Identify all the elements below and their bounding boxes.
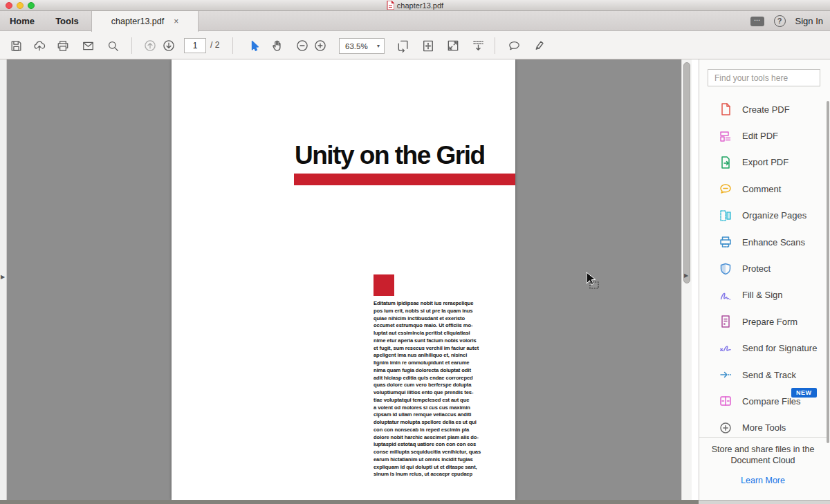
tab-close-icon[interactable]: × bbox=[174, 17, 178, 26]
organize-pages-icon bbox=[719, 209, 732, 223]
zoom-level-value: 63.5% bbox=[345, 42, 368, 50]
nav-pane-strip: ▶ bbox=[0, 59, 7, 504]
cloud-upload-icon bbox=[33, 39, 46, 53]
feedback-bubble-icon[interactable]: ⋯ bbox=[750, 17, 764, 26]
protect-shield-icon bbox=[719, 262, 732, 276]
hand-tool-button[interactable] bbox=[267, 35, 288, 56]
zoom-out-icon bbox=[295, 39, 309, 53]
zoom-level-select[interactable]: 63.5% ▾ bbox=[339, 38, 385, 54]
tool-item-edit-pdf[interactable]: Edit PDF bbox=[699, 122, 827, 149]
heading-rule bbox=[294, 174, 515, 185]
tools-sidebar: Create PDF Edit PDF Export PDF bbox=[699, 59, 830, 500]
tool-item-fill-sign[interactable]: Fill & Sign bbox=[699, 282, 827, 308]
tool-item-send-for-signature[interactable]: Send for Signature bbox=[699, 335, 827, 362]
scroll-mode-button[interactable] bbox=[468, 35, 488, 56]
zoom-in-icon bbox=[313, 39, 327, 53]
toolbar-separator bbox=[495, 37, 495, 54]
fit-width-icon bbox=[396, 39, 410, 53]
send-for-signature-icon bbox=[719, 342, 732, 355]
tool-item-create-pdf[interactable]: Create PDF bbox=[699, 96, 827, 122]
tab-home[interactable]: Home bbox=[0, 11, 44, 31]
fit-width-button[interactable] bbox=[393, 35, 414, 56]
tab-bar: Home Tools chapter13.pdf × ⋯ ? Sign In bbox=[0, 11, 830, 31]
tool-item-protect[interactable]: Protect bbox=[699, 255, 827, 281]
chevron-down-icon: ▾ bbox=[377, 43, 380, 49]
save-button[interactable] bbox=[6, 35, 26, 56]
email-button[interactable] bbox=[77, 35, 98, 56]
export-pdf-icon bbox=[719, 156, 732, 169]
tab-document-label: chapter13.pdf bbox=[111, 17, 164, 26]
sidebar-scrollbar-thumb[interactable] bbox=[827, 101, 829, 443]
search-icon bbox=[107, 39, 120, 53]
comment-icon bbox=[719, 182, 732, 196]
window-bottom-edge bbox=[699, 500, 830, 504]
more-tools-plus-icon bbox=[719, 421, 732, 435]
edit-pdf-icon bbox=[719, 129, 732, 143]
promo-text-line2: Document Cloud bbox=[699, 455, 827, 466]
zoom-window-button[interactable] bbox=[28, 2, 35, 9]
mouse-cursor bbox=[578, 271, 600, 290]
hand-icon bbox=[270, 39, 284, 53]
page-number-input[interactable] bbox=[184, 38, 206, 53]
close-window-button[interactable] bbox=[6, 2, 12, 9]
sign-in-button[interactable]: Sign In bbox=[795, 16, 823, 26]
next-page-button[interactable] bbox=[158, 35, 179, 56]
tool-item-organize-pages[interactable]: Organize Pages bbox=[699, 203, 827, 229]
nav-pane-toggle-icon[interactable]: ▶ bbox=[1, 274, 5, 280]
window-title: chapter13.pdf bbox=[387, 1, 443, 10]
comment-tool-button[interactable] bbox=[504, 35, 524, 56]
tool-item-send-track[interactable]: Send & Track bbox=[699, 362, 827, 388]
tool-item-export-pdf[interactable]: Export PDF bbox=[699, 149, 827, 176]
upload-cloud-button[interactable] bbox=[29, 35, 50, 56]
sidebar-divider bbox=[699, 437, 827, 438]
page-up-icon bbox=[143, 39, 157, 53]
help-icon[interactable]: ? bbox=[774, 15, 786, 27]
document-body-text: Editatum ipidipsae nobit ius reraepeliqu… bbox=[374, 300, 497, 478]
fit-page-button[interactable] bbox=[418, 35, 439, 56]
fullscreen-icon bbox=[446, 39, 460, 53]
window-bottom-edge bbox=[0, 500, 699, 504]
find-button[interactable] bbox=[102, 35, 123, 56]
fit-page-icon bbox=[421, 39, 435, 53]
new-badge: NEW bbox=[791, 388, 817, 398]
scrollbar-thumb[interactable] bbox=[683, 62, 690, 283]
tools-pane-toggle-icon[interactable]: ▶ bbox=[684, 272, 688, 279]
zoom-in-button[interactable] bbox=[310, 35, 331, 56]
tab-document[interactable]: chapter13.pdf × bbox=[91, 11, 199, 32]
learn-more-link[interactable]: Learn More bbox=[741, 476, 785, 485]
minimize-window-button[interactable] bbox=[17, 2, 24, 9]
envelope-icon bbox=[81, 39, 95, 53]
drop-cap-square bbox=[374, 274, 394, 296]
document-heading: Unity on the Grid bbox=[295, 141, 509, 170]
document-cloud-promo: Store and share files in the Document Cl… bbox=[699, 444, 827, 486]
compare-files-icon bbox=[719, 394, 732, 408]
document-scrollbar[interactable] bbox=[681, 59, 692, 500]
fill-sign-pen-icon bbox=[719, 288, 732, 302]
window-titlebar: chapter13.pdf bbox=[0, 0, 830, 11]
tab-tools[interactable]: Tools bbox=[44, 11, 90, 31]
pointer-icon bbox=[247, 39, 261, 53]
pdf-file-icon bbox=[387, 1, 394, 10]
tool-item-comment[interactable]: Comment bbox=[699, 176, 827, 202]
fullscreen-button[interactable] bbox=[443, 35, 463, 56]
select-tool-button[interactable] bbox=[243, 35, 264, 56]
main-toolbar: / 2 63.5% ▾ bbox=[0, 31, 830, 59]
save-icon bbox=[10, 39, 23, 53]
scrolling-pages-icon bbox=[471, 39, 486, 53]
tool-item-prepare-form[interactable]: Prepare Form bbox=[699, 308, 827, 335]
print-button[interactable] bbox=[53, 35, 73, 56]
tool-item-enhance-scans[interactable]: Enhance Scans bbox=[699, 229, 827, 255]
tools-search-input[interactable] bbox=[708, 69, 820, 86]
document-view: Unity on the Grid Editatum ipidipsae nob… bbox=[7, 59, 681, 500]
highlight-tool-button[interactable] bbox=[528, 35, 549, 56]
toolbar-separator bbox=[232, 37, 233, 54]
enhance-scans-icon bbox=[719, 235, 732, 249]
pdf-page: Unity on the Grid Editatum ipidipsae nob… bbox=[172, 59, 515, 500]
previous-page-button[interactable] bbox=[140, 35, 160, 56]
prepare-form-icon bbox=[719, 315, 732, 328]
toolbar-separator bbox=[131, 37, 132, 54]
page-count-label: / 2 bbox=[210, 40, 219, 50]
create-pdf-icon bbox=[719, 102, 732, 116]
send-track-arrow-icon bbox=[719, 368, 732, 382]
page-down-icon bbox=[162, 39, 176, 53]
